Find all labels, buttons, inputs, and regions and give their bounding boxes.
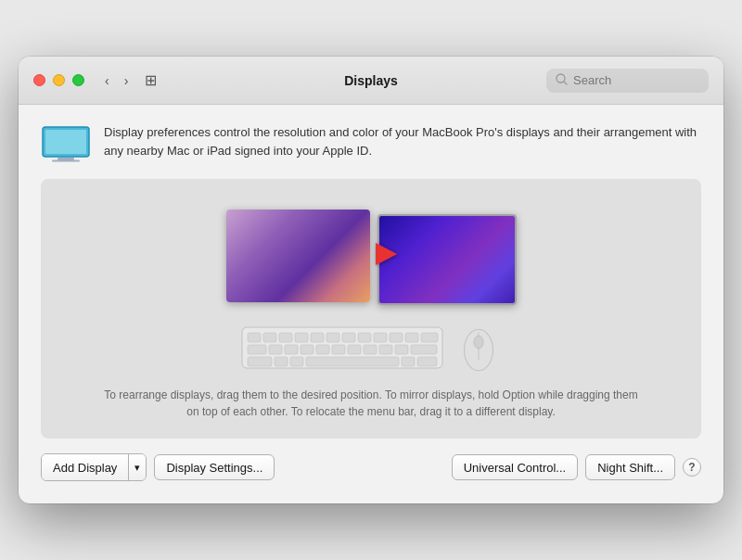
svg-rect-32	[290, 357, 303, 366]
display-icon	[41, 125, 91, 162]
back-icon: ‹	[105, 73, 109, 88]
svg-rect-22	[301, 345, 313, 354]
svg-rect-13	[342, 333, 355, 342]
svg-rect-15	[374, 333, 387, 342]
svg-rect-35	[417, 357, 437, 366]
search-bar[interactable]	[546, 69, 709, 93]
forward-icon: ›	[124, 73, 129, 88]
svg-rect-21	[285, 345, 298, 354]
svg-rect-10	[295, 333, 308, 342]
display-settings-button[interactable]: Display Settings...	[154, 454, 275, 480]
svg-rect-29	[411, 345, 437, 354]
svg-rect-30	[248, 357, 272, 366]
buttons-row: Add Display ▾ Display Settings... Univer…	[41, 439, 701, 485]
universal-control-button[interactable]: Universal Control...	[452, 454, 579, 480]
svg-rect-9	[279, 333, 292, 342]
display-arrangement-area: To rearrange displays, drag them to the …	[41, 179, 701, 439]
svg-rect-7	[248, 333, 261, 342]
close-button[interactable]	[33, 74, 45, 86]
monitor-1[interactable]	[226, 210, 370, 302]
night-shift-button[interactable]: Night Shift...	[585, 454, 675, 480]
window-title: Displays	[344, 73, 398, 88]
svg-rect-16	[390, 333, 403, 342]
svg-line-1	[564, 82, 567, 84]
maximize-button[interactable]	[72, 74, 84, 86]
info-description: Display preferences control the resoluti…	[104, 123, 701, 159]
svg-rect-23	[316, 345, 329, 354]
hint-text: To rearrange displays, drag them to the …	[93, 387, 649, 420]
svg-rect-26	[364, 345, 377, 354]
forward-button[interactable]: ›	[119, 70, 134, 92]
svg-rect-17	[405, 333, 418, 342]
mouse-icon	[455, 320, 502, 375]
monitor-1-wallpaper	[226, 210, 370, 302]
info-row: Display preferences control the resoluti…	[41, 123, 701, 162]
grid-button[interactable]: ⊞	[137, 68, 164, 93]
svg-rect-14	[358, 333, 371, 342]
search-icon	[556, 73, 568, 88]
add-display-button[interactable]: Add Display	[42, 454, 128, 480]
svg-rect-33	[306, 357, 399, 366]
chevron-down-icon: ▾	[134, 462, 140, 474]
grid-icon: ⊞	[145, 72, 157, 88]
svg-rect-24	[332, 345, 345, 354]
svg-rect-34	[402, 357, 415, 366]
svg-rect-3	[45, 130, 86, 154]
svg-rect-31	[275, 357, 288, 366]
svg-rect-28	[395, 345, 408, 354]
displays-container	[226, 207, 517, 305]
back-button[interactable]: ‹	[99, 70, 115, 92]
monitor-2-wallpaper	[379, 216, 515, 303]
svg-rect-8	[263, 333, 276, 342]
svg-rect-5	[52, 160, 80, 162]
svg-rect-25	[348, 345, 361, 354]
system-preferences-window: ‹ › ⊞ Displays	[19, 57, 723, 503]
content-area: Display preferences control the resoluti…	[19, 105, 723, 503]
svg-rect-27	[379, 345, 392, 354]
titlebar: ‹ › ⊞ Displays	[19, 57, 723, 105]
svg-rect-20	[269, 345, 282, 354]
monitor-2[interactable]	[377, 214, 517, 305]
svg-rect-19	[248, 345, 266, 354]
add-display-dropdown[interactable]: ▾	[128, 454, 146, 480]
search-input[interactable]	[573, 73, 699, 87]
minimize-button[interactable]	[53, 74, 65, 86]
help-button[interactable]: ?	[683, 458, 701, 477]
keyboard-icon	[240, 320, 444, 375]
add-display-group: Add Display ▾	[41, 453, 147, 481]
svg-rect-11	[311, 333, 324, 342]
nav-buttons: ‹ ›	[99, 70, 134, 92]
traffic-lights	[33, 74, 84, 86]
svg-rect-18	[421, 333, 438, 342]
svg-point-38	[474, 336, 483, 349]
keyboard-area	[240, 320, 502, 375]
svg-rect-12	[326, 333, 339, 342]
